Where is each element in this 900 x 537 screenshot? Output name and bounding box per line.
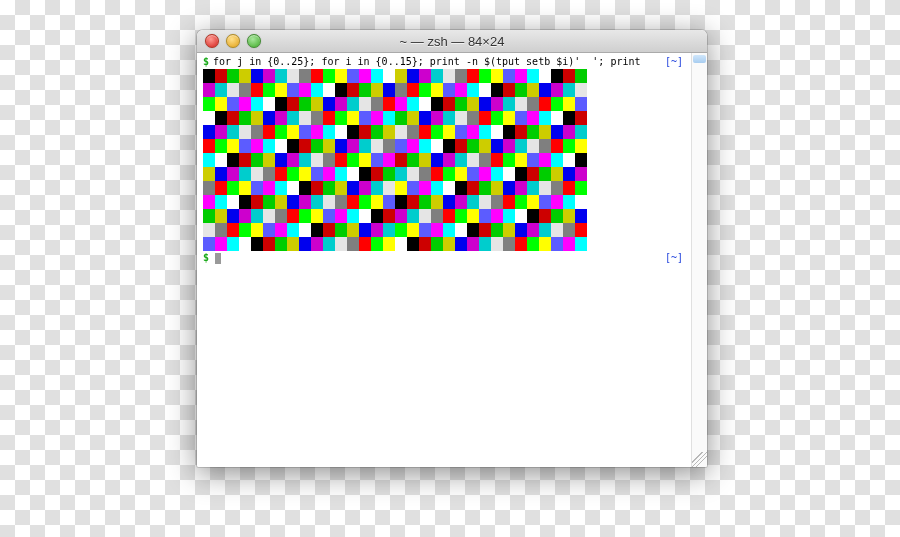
color-cell [227, 111, 239, 125]
scrollbar-thumb[interactable] [693, 55, 706, 63]
color-cell [335, 195, 347, 209]
terminal-content[interactable]: $ for j in {0..25}; for i in {0..15}; pr… [197, 53, 707, 467]
color-cell [491, 83, 503, 97]
zoom-icon[interactable] [247, 34, 261, 48]
color-cell [491, 237, 503, 251]
color-cell [203, 97, 215, 111]
color-cell [551, 223, 563, 237]
color-cell [323, 181, 335, 195]
color-cell [359, 153, 371, 167]
color-cell [215, 111, 227, 125]
color-cell [251, 195, 263, 209]
color-cell [491, 153, 503, 167]
color-cell [503, 83, 515, 97]
resize-handle-icon[interactable] [692, 452, 707, 467]
color-cell [431, 195, 443, 209]
color-cell [539, 153, 551, 167]
color-cell [431, 139, 443, 153]
color-cell [491, 195, 503, 209]
color-row [203, 209, 685, 223]
color-cell [479, 139, 491, 153]
color-cell [287, 97, 299, 111]
color-cell [407, 125, 419, 139]
color-cell [395, 69, 407, 83]
color-cell [563, 83, 575, 97]
color-cell [527, 167, 539, 181]
color-cell [431, 237, 443, 251]
color-cell [455, 111, 467, 125]
color-cell [467, 167, 479, 181]
color-cell [239, 125, 251, 139]
color-cell [215, 139, 227, 153]
color-cell [383, 167, 395, 181]
color-cell [563, 195, 575, 209]
color-cell [251, 111, 263, 125]
color-cell [419, 83, 431, 97]
color-cell [227, 83, 239, 97]
titlebar[interactable]: ~ — zsh — 84×24 [197, 30, 707, 53]
close-icon[interactable] [205, 34, 219, 48]
color-cell [383, 125, 395, 139]
color-cell [407, 83, 419, 97]
color-cell [263, 181, 275, 195]
cwd-indicator: [~] [665, 251, 685, 265]
color-cell [527, 153, 539, 167]
color-cell [323, 69, 335, 83]
color-cell [347, 83, 359, 97]
color-cell [479, 83, 491, 97]
color-cell [299, 209, 311, 223]
color-cell [299, 97, 311, 111]
color-cell [407, 167, 419, 181]
color-cell [263, 83, 275, 97]
color-cell [371, 69, 383, 83]
color-cell [479, 125, 491, 139]
color-cell [563, 237, 575, 251]
color-cell [203, 167, 215, 181]
color-cell [335, 139, 347, 153]
color-cell [479, 167, 491, 181]
color-cell [227, 181, 239, 195]
color-cell [323, 167, 335, 181]
color-cell [251, 139, 263, 153]
color-cell [287, 237, 299, 251]
color-row [203, 83, 685, 97]
color-cell [491, 181, 503, 195]
color-cell [347, 97, 359, 111]
scrollbar-track[interactable] [691, 53, 707, 467]
color-cell [371, 139, 383, 153]
color-cell [215, 181, 227, 195]
color-cell [407, 97, 419, 111]
color-cell [299, 69, 311, 83]
color-cell [371, 111, 383, 125]
color-cell [299, 237, 311, 251]
color-cell [359, 97, 371, 111]
color-row [203, 195, 685, 209]
color-cell [431, 181, 443, 195]
color-cell [563, 97, 575, 111]
color-cell [395, 167, 407, 181]
color-cell [551, 195, 563, 209]
color-row [203, 153, 685, 167]
color-cell [239, 83, 251, 97]
color-cell [539, 83, 551, 97]
color-cell [575, 237, 587, 251]
command-text: for j in {0..25}; for i in {0..15}; prin… [213, 55, 665, 69]
color-cell [251, 167, 263, 181]
color-cell [539, 139, 551, 153]
color-cell [455, 97, 467, 111]
color-cell [287, 153, 299, 167]
color-cell [203, 69, 215, 83]
color-cell [551, 139, 563, 153]
color-cell [239, 139, 251, 153]
color-cell [347, 237, 359, 251]
color-cell [323, 97, 335, 111]
color-cell [467, 139, 479, 153]
color-cell [395, 153, 407, 167]
color-cell [263, 97, 275, 111]
color-cell [227, 223, 239, 237]
minimize-icon[interactable] [226, 34, 240, 48]
color-cell [551, 209, 563, 223]
color-cell [419, 153, 431, 167]
color-cell [539, 125, 551, 139]
color-cell [275, 223, 287, 237]
